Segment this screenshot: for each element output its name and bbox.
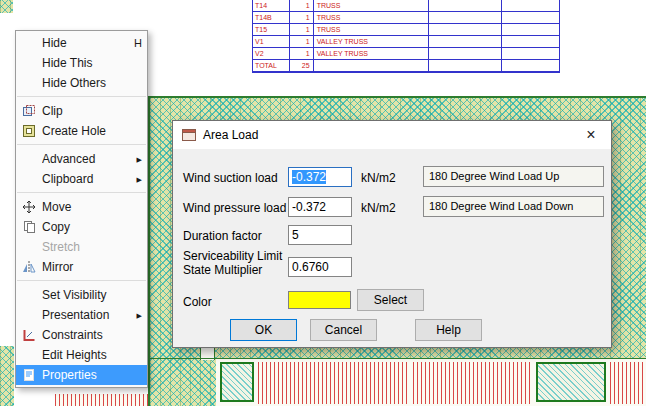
empty-cell [501,48,559,59]
menu-item-label: Constraints [42,328,129,342]
submenu-arrow-icon: ▶ [129,311,142,320]
cad-green-box [220,362,254,402]
truss-mark-cell: V1 [253,36,289,47]
menu-item-stretch: Stretch [16,237,147,257]
cad-red-hatch-strip [413,362,531,404]
empty-cell [501,36,559,47]
table-row: T14 1 TRUSS [253,0,559,12]
empty-cell [428,48,502,59]
menu-item-move[interactable]: Move [16,197,147,217]
truss-desc-cell: TRUSS [313,0,428,11]
menu-item-edit-heights[interactable]: Edit Heights [16,345,147,365]
wind-suction-load-label: Wind suction load [183,171,278,185]
truss-qty-cell: 1 [289,0,313,11]
truss-qty-cell: 25 [289,60,313,71]
context-menu: Hide H Hide This Hide Others Clip Create… [15,30,148,388]
properties-icon [16,368,42,382]
color-swatch [288,291,351,309]
wind-suction-load-input[interactable]: -0.372 [288,167,352,187]
menu-item-label: Hide Others [42,76,129,90]
truss-mark-cell: T14B [253,12,289,23]
wind-pressure-note-box[interactable]: 180 Degree Wind Load Down [423,196,604,217]
area-load-dialog-icon [181,127,197,143]
truss-qty-cell: 1 [289,36,313,47]
empty-cell [501,0,559,11]
ok-button[interactable]: OK [230,319,297,341]
menu-item-hide-this[interactable]: Hide This [16,53,147,73]
menu-item-advanced[interactable]: Advanced ▶ [16,149,147,169]
cad-green-box [536,362,606,402]
truss-mark-cell: T15 [253,24,289,35]
menu-item-label: Copy [42,220,129,234]
empty-cell [428,60,502,71]
menu-separator [17,280,146,281]
menu-item-hide[interactable]: Hide H [16,33,147,53]
wind-suction-note-box[interactable]: 180 Degree Wind Load Up [423,166,604,187]
menu-item-label: Clip [42,104,129,118]
cad-bottomleft-region [0,346,14,406]
truss-desc-cell: TRUSS [313,12,428,23]
constraints-icon [16,328,42,342]
create-hole-icon [16,124,42,138]
mirror-icon [16,260,42,274]
move-icon [16,200,42,214]
wind-pressure-load-input[interactable]: -0.372 [288,197,352,217]
serviceability-multiplier-label: Serviceability Limit State Multiplier [183,249,288,277]
truss-desc-cell: VALLEY TRUSS [313,48,428,59]
dialog-title: Area Load [203,128,258,142]
menu-item-label: Mirror [42,260,129,274]
menu-item-label: Presentation [42,308,129,322]
menu-item-constraints[interactable]: Constraints [16,325,147,345]
menu-item-copy[interactable]: Copy [16,217,147,237]
menu-item-presentation[interactable]: Presentation ▶ [16,305,147,325]
truss-qty-cell: 1 [289,24,313,35]
menu-separator [17,192,146,193]
menu-item-create-hole[interactable]: Create Hole [16,121,147,141]
menu-item-clipboard[interactable]: Clipboard ▶ [16,169,147,189]
menu-item-properties[interactable]: Properties [16,365,147,385]
menu-item-label: Advanced [42,152,129,166]
app-screen: T14 1 TRUSS T14B 1 TRUSS T15 1 TRUSS V1 … [0,0,646,406]
menu-shortcut: H [129,37,142,49]
empty-cell [428,24,502,35]
color-label: Color [183,295,212,309]
menu-separator [17,96,146,97]
menu-item-mirror[interactable]: Mirror [16,257,147,277]
menu-item-label: Hide [42,36,129,50]
truss-mark-cell: V2 [253,48,289,59]
serviceability-multiplier-input[interactable]: 0.6760 [288,257,352,277]
dialog-titlebar[interactable]: Area Load × [173,121,611,149]
empty-cell [428,12,502,23]
unit-label: kN/m2 [361,171,396,185]
cad-corner-region [0,0,13,13]
empty-cell [428,36,502,47]
cad-red-hatch-strip [55,394,148,406]
cancel-button[interactable]: Cancel [310,319,377,341]
duration-factor-input[interactable]: 5 [288,225,352,245]
select-color-button[interactable]: Select [357,289,424,311]
truss-mark-cell: TOTAL [253,60,289,71]
table-row: T15 1 TRUSS [253,24,559,36]
cad-red-hatch-strip [610,362,643,404]
truss-qty-cell: 1 [289,12,313,23]
empty-cell [501,24,559,35]
menu-item-set-visibility[interactable]: Set Visibility [16,285,147,305]
table-row: T14B 1 TRUSS [253,12,559,24]
truss-desc-cell: TRUSS [313,24,428,35]
clip-icon [16,104,42,118]
menu-item-label: Create Hole [42,124,129,138]
menu-item-hide-others[interactable]: Hide Others [16,73,147,93]
empty-cell [501,60,559,71]
truss-schedule-table: T14 1 TRUSS T14B 1 TRUSS T15 1 TRUSS V1 … [252,0,560,73]
menu-item-label: Edit Heights [42,348,129,362]
menu-item-label: Properties [42,368,129,382]
menu-item-label: Move [42,200,129,214]
menu-item-clip[interactable]: Clip [16,101,147,121]
selected-input-value: -0.372 [292,170,326,184]
copy-icon [16,220,42,234]
close-icon[interactable]: × [571,121,611,149]
help-button[interactable]: Help [415,319,482,341]
menu-item-label: Set Visibility [42,288,129,302]
submenu-arrow-icon: ▶ [129,175,142,184]
menu-item-label: Clipboard [42,172,129,186]
